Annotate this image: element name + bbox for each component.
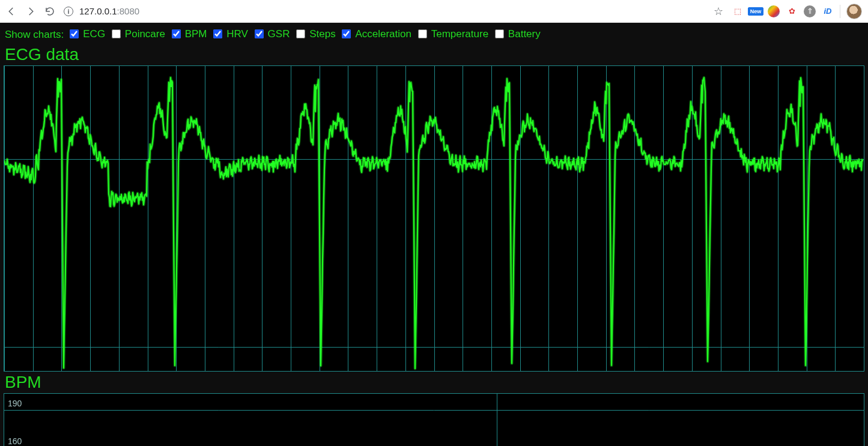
checkbox-label-ecg: ECG (83, 28, 105, 40)
bpm-chart-title: BPM (5, 373, 864, 392)
extension-icon-4[interactable]: ✿ (786, 5, 798, 17)
checkbox-input-poincare[interactable] (112, 29, 121, 38)
extension-icon-1[interactable]: ⬚ (732, 5, 744, 17)
back-button[interactable] (6, 6, 17, 17)
checkbox-input-hrv[interactable] (213, 29, 222, 38)
extension-icon-new[interactable]: New (750, 5, 762, 17)
checkbox-input-gsr[interactable] (255, 29, 264, 38)
site-info-icon[interactable]: i (64, 7, 73, 16)
checkbox-gsr[interactable]: GSR (252, 28, 290, 40)
reload-button[interactable] (44, 6, 55, 17)
chart-visibility-controls: Show charts: ECG Poincare BPM HRV GSR St… (4, 26, 864, 44)
checkbox-label-hrv: HRV (226, 28, 248, 40)
ecg-chart-title: ECG data (5, 45, 864, 64)
bpm-ytick-0: 190 (8, 399, 22, 408)
checkbox-label-bpm: BPM (185, 28, 207, 40)
checkbox-input-steps[interactable] (296, 29, 305, 38)
controls-label: Show charts: (5, 29, 64, 41)
browser-toolbar: i 127.0.0.1:8080 ☆ ⬚ New ✿ ⇑ iD (0, 0, 868, 23)
extension-icon-5[interactable]: ⇑ (804, 5, 816, 17)
checkbox-steps[interactable]: Steps (294, 28, 335, 40)
app-root: Show charts: ECG Poincare BPM HRV GSR St… (0, 23, 868, 446)
checkbox-input-battery[interactable] (495, 29, 504, 38)
checkbox-input-ecg[interactable] (70, 29, 79, 38)
url-port: :8080 (117, 6, 140, 16)
forward-button[interactable] (25, 6, 36, 17)
extension-icon-id[interactable]: iD (822, 5, 834, 17)
bpm-chart[interactable]: 190 160 (4, 393, 864, 446)
ecg-chart[interactable] (4, 65, 864, 372)
checkbox-hrv[interactable]: HRV (211, 28, 248, 40)
checkbox-input-bpm[interactable] (172, 29, 181, 38)
bookmark-star-icon[interactable]: ☆ (714, 5, 723, 18)
checkbox-label-steps: Steps (309, 28, 335, 40)
profile-avatar[interactable] (846, 4, 862, 19)
bpm-ytick-1: 160 (8, 436, 22, 446)
checkbox-ecg[interactable]: ECG (67, 28, 105, 40)
checkbox-temp[interactable]: Temperature (416, 28, 488, 40)
checkbox-label-gsr: GSR (268, 28, 290, 40)
separator (840, 5, 840, 18)
checkbox-accel[interactable]: Acceleration (339, 28, 411, 40)
extensions-area: ⬚ New ✿ ⇑ iD (732, 4, 862, 19)
checkbox-bpm[interactable]: BPM (169, 28, 207, 40)
checkbox-input-accel[interactable] (342, 29, 351, 38)
checkbox-label-poincare: Poincare (125, 28, 165, 40)
checkbox-battery[interactable]: Battery (493, 28, 541, 40)
checkbox-label-accel: Acceleration (355, 28, 411, 40)
checkbox-label-battery: Battery (508, 28, 541, 40)
checkbox-label-temp: Temperature (431, 28, 488, 40)
address-bar[interactable]: i 127.0.0.1:8080 (64, 6, 705, 16)
checkbox-input-temp[interactable] (418, 29, 427, 38)
extension-icon-3[interactable] (768, 5, 780, 17)
checkbox-poincare[interactable]: Poincare (109, 28, 165, 40)
url-host: 127.0.0.1 (79, 6, 117, 16)
